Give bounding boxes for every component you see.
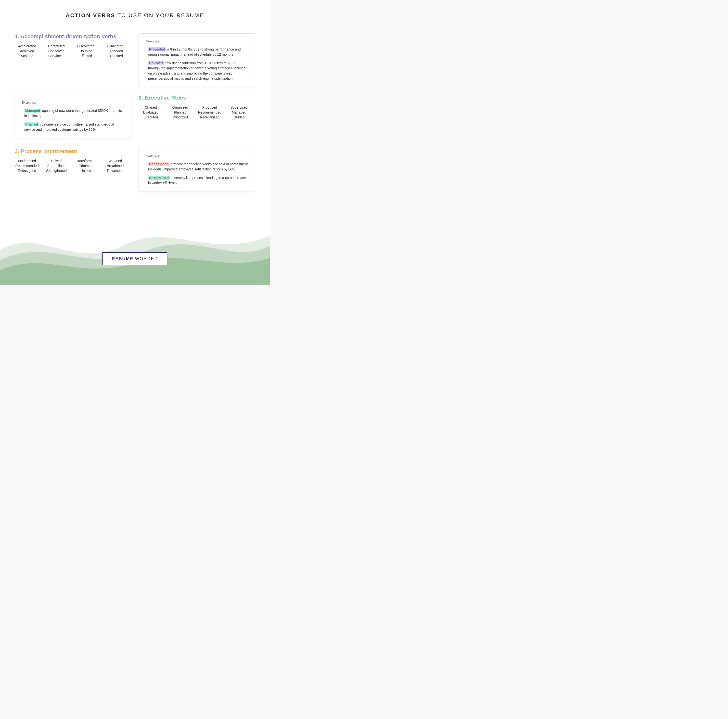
section3-words: 3. Process Improvement Modernised Recomm… — [15, 148, 131, 192]
main-grid: 1. Accomplishment-driven Action Verbs Ac… — [0, 26, 270, 197]
word: Streamlined — [47, 164, 66, 168]
example-text: Managed opening of new store that genera… — [24, 108, 124, 118]
word: Eliminated — [107, 44, 123, 48]
example-text: Chaired customer service committee; rais… — [24, 122, 124, 132]
word: Trimmed — [79, 164, 93, 168]
word: Convinced — [48, 54, 64, 58]
section2-col1: Chaired Evaluated Executed — [139, 106, 163, 119]
word: Strengthened — [46, 169, 67, 173]
example-item: · Doubled new user acquisition from 10-1… — [146, 61, 248, 81]
section1-word-columns: Accelerated Achieved Attained Completed … — [15, 44, 131, 58]
word: Chaired — [145, 106, 157, 109]
header-rest: TO USE ON YOUR RESUME — [115, 12, 204, 18]
section1-example-card: Examples: · Promoted within 12 months du… — [139, 34, 255, 87]
section1-col3: Discovered Doubled Effected — [73, 44, 98, 58]
page: ACTION VERBS TO USE ON YOUR RESUME 1. Ac… — [0, 0, 270, 285]
section2-col4: Supervised Managed Guided — [227, 106, 251, 119]
section2-title: 2. Executive Roles — [139, 95, 255, 101]
examples-label: Examples: — [22, 101, 124, 105]
word: Doubled — [80, 49, 92, 53]
bullet: · — [146, 47, 147, 52]
example-text: Redesigned protocol for handling workpla… — [148, 162, 248, 172]
brand-resume: RESUME — [112, 256, 133, 262]
word: Prioritized — [173, 115, 188, 119]
bullet: · — [22, 122, 23, 127]
word: Produced — [202, 106, 217, 109]
section3-example-card: Examples: · Redesigned protocol for hand… — [139, 148, 255, 192]
word: Transformed — [76, 159, 96, 163]
highlight-redesigned: Redesigned — [148, 162, 170, 166]
highlight-managed: Managed — [24, 109, 41, 113]
word: Evaluated — [143, 110, 158, 114]
section3-col1: Modernised Recommended Redesigned — [15, 159, 39, 173]
example-text: Promoted within 12 months due to strong … — [148, 47, 248, 57]
word: Unified — [80, 169, 91, 173]
page-header: ACTION VERBS TO USE ON YOUR RESUME — [0, 0, 270, 26]
word: Attained — [21, 54, 33, 58]
word: Solved — [51, 159, 62, 163]
brand-worded: WORDED — [135, 256, 158, 262]
section1-example-card2: Examples: · Managed opening of new store… — [15, 95, 131, 138]
wave-decoration — [0, 202, 270, 285]
word: Discovered — [77, 44, 95, 48]
word: Reorganized — [200, 115, 219, 119]
example-item: · Streamlined assembly line process, lea… — [146, 175, 248, 186]
word: Achieved — [20, 49, 34, 53]
header-bold: ACTION VERBS — [66, 12, 115, 18]
section3-col2: Solved Streamlined Strengthened — [44, 159, 69, 173]
section1-words: 1. Accomplishment-driven Action Verbs Ac… — [15, 34, 131, 87]
section2-word-columns: Chaired Evaluated Executed Organized Pla… — [139, 106, 255, 119]
word: Recommended — [15, 164, 39, 168]
bullet: · — [22, 109, 23, 113]
section2-col2: Organized Planned Prioritized — [168, 106, 193, 119]
example-item: · Redesigned protocol for handling workp… — [146, 162, 248, 172]
section2-words: 2. Executive Roles Chaired Evaluated Exe… — [139, 95, 255, 138]
word: Expedited — [108, 54, 123, 58]
word: Guided — [233, 115, 245, 119]
section1-title: 1. Accomplishment-driven Action Verbs — [15, 34, 131, 40]
section2-col3: Produced Recommended Reorganized — [197, 106, 222, 119]
highlight-promoted: Promoted — [148, 47, 166, 51]
section1-col4: Eliminated Expanded Expedited — [103, 44, 127, 58]
bullet: · — [146, 176, 147, 181]
example-item: · Chaired customer service committee; ra… — [22, 122, 124, 132]
word: Recommended — [198, 110, 222, 114]
word: Widened — [109, 159, 122, 163]
word: Supervised — [231, 106, 248, 109]
section1-col2: Completed Conceived Convinced — [44, 44, 69, 58]
word: Conceived — [48, 49, 64, 53]
highlight-chaired: Chaired — [24, 122, 39, 126]
example-item: · Promoted within 12 months due to stron… — [146, 47, 248, 57]
word: Redesigned — [18, 169, 36, 173]
example-item: · Managed opening of new store that gene… — [22, 108, 124, 118]
brand-footer: RESUME WORDED — [102, 252, 167, 265]
word: Accelerated — [18, 44, 36, 48]
section3-col4: Widened Broadened Revamped — [103, 159, 127, 173]
section3-col3: Transformed Trimmed Unified — [73, 159, 98, 173]
bullet: · — [146, 61, 147, 66]
word: Managed — [232, 110, 246, 114]
bullet: · — [146, 162, 147, 167]
example-text: Streamlined assembly line process, leadi… — [148, 175, 248, 186]
highlight-doubled: Doubled — [148, 61, 164, 65]
word: Executed — [144, 115, 158, 119]
section1-col1: Accelerated Achieved Attained — [15, 44, 39, 58]
word: Completed — [48, 44, 65, 48]
word: Broadened — [107, 164, 124, 168]
examples-label: Examples: — [146, 154, 248, 158]
word: Planned — [174, 110, 187, 114]
word: Revamped — [107, 169, 124, 173]
word: Expanded — [107, 49, 123, 53]
word: Organized — [172, 106, 188, 109]
example-text: Doubled new user acquisition from 10-15 … — [148, 61, 248, 81]
section3-word-columns: Modernised Recommended Redesigned Solved… — [15, 159, 131, 173]
highlight-streamlined: Streamlined — [148, 176, 170, 180]
examples-label: Examples: — [146, 40, 248, 43]
section3-row: 3. Process Improvement Modernised Recomm… — [15, 148, 255, 192]
word: Modernised — [18, 159, 36, 163]
section3-title: 3. Process Improvement — [15, 148, 131, 155]
word: Effected — [80, 54, 92, 58]
footer-area: RESUME WORDED — [0, 202, 270, 285]
